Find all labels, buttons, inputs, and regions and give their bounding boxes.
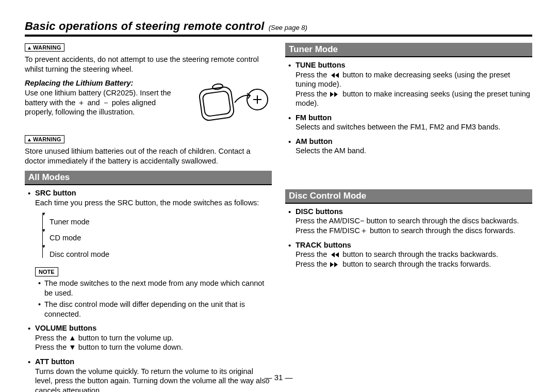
section-disc-mode: Disc Control Mode: [285, 189, 532, 204]
flow-disc: Disc control mode: [50, 250, 109, 258]
fm-label: FM button: [296, 113, 332, 122]
disc-line2: Press the FM/DISC＋ button to search thro…: [296, 226, 515, 235]
fm-text: Selects and switches between the FM1, FM…: [296, 123, 500, 131]
warning-text-2: Store unused lithium batteries out of th…: [25, 146, 272, 166]
battery-body: Use one lithium battery (CR2025). Insert…: [25, 88, 186, 117]
arrow-down-icon: ▾: [42, 244, 272, 249]
track-label: TRACK buttons: [296, 241, 351, 249]
src-label: SRC button: [35, 189, 76, 197]
disc-label: DISC buttons: [296, 207, 343, 216]
note-list: The mode switches to the next mode from …: [38, 279, 272, 319]
svg-point-2: [212, 84, 223, 90]
title-rule: [25, 35, 532, 37]
track-line2b: button to search through the tracks forw…: [342, 260, 491, 268]
page-number: — 31 —: [0, 373, 557, 382]
note-badge: NOTE: [35, 267, 58, 276]
arrow-down-icon: ▾: [42, 211, 272, 216]
am-item: AM button Selects the AM band.: [288, 137, 532, 156]
next-track-icon: [329, 91, 340, 97]
tuner-list: TUNE buttons Press the button to make de…: [288, 60, 532, 156]
disc-line1: Press the AM/DISC− button to search thro…: [296, 217, 519, 225]
track-line2a: Press the: [296, 260, 329, 268]
tune-item: TUNE buttons Press the button to make de…: [288, 60, 532, 108]
att-label: ATT button: [35, 357, 74, 366]
flow-cd: CD mode: [50, 234, 81, 242]
prev-track-icon: [329, 252, 340, 258]
volume-line-1: Press the ▲ button to turn the volume up…: [35, 334, 173, 342]
tune-label: TUNE buttons: [296, 61, 346, 69]
src-item: SRC button Each time you press the SRC b…: [28, 188, 272, 319]
note-2: The disc control mode will differ depend…: [38, 300, 272, 319]
warning-badge-2: WARNING: [25, 135, 64, 143]
battery-illustration: [189, 79, 272, 130]
fm-item: FM button Selects and switches between t…: [288, 113, 532, 132]
arrow-down-icon: ▾: [42, 228, 272, 233]
battery-text-block: Replacing the Lithium Battery: Use one l…: [25, 79, 186, 117]
volume-label: VOLUME buttons: [35, 324, 96, 332]
mode-flow: ▾ Tuner mode ▾ CD mode ▾ Disc control mo…: [42, 211, 272, 260]
section-tuner-mode: Tuner Mode: [285, 43, 532, 57]
all-modes-list: SRC button Each time you press the SRC b…: [28, 188, 272, 392]
am-label: AM button: [296, 137, 333, 145]
disc-list: DISC buttons Press the AM/DISC− button t…: [288, 207, 532, 269]
am-text: Selects the AM band.: [296, 146, 366, 155]
note-1: The mode switches to the next mode from …: [38, 279, 272, 298]
spacer: [285, 160, 532, 185]
warning-text-1: To prevent accidents, do not attempt to …: [25, 55, 272, 74]
battery-section: Replacing the Lithium Battery: Use one l…: [25, 79, 272, 130]
battery-heading: Replacing the Lithium Battery:: [25, 79, 186, 87]
page-title: Basic operations of steering remote cont…: [25, 20, 265, 32]
volume-line-2: Press the ▼ button to turn the volume do…: [35, 343, 183, 351]
track-line1a: Press the: [296, 250, 329, 258]
section-all-modes: All Modes: [25, 171, 272, 185]
src-text: Each time you press the SRC button, the …: [35, 199, 259, 207]
two-column-layout: WARNING To prevent accidents, do not att…: [25, 43, 532, 392]
volume-item: VOLUME buttons Press the ▲ button to tur…: [28, 323, 272, 352]
flow-tuner: Tuner mode: [50, 218, 90, 226]
next-track-icon: [329, 262, 340, 268]
warning-badge: WARNING: [25, 43, 64, 52]
page-title-row: Basic operations of steering remote cont…: [25, 20, 532, 33]
track-line1b: button to search through the tracks back…: [342, 250, 498, 258]
prev-track-icon: [329, 72, 340, 78]
tune-line1a: Press the: [296, 71, 329, 79]
left-column: WARNING To prevent accidents, do not att…: [25, 43, 272, 392]
svg-rect-1: [202, 91, 231, 117]
track-item: TRACK buttons Press the button to search…: [288, 240, 532, 269]
right-column: Tuner Mode TUNE buttons Press the button…: [285, 43, 532, 392]
tune-line2a: Press the: [296, 90, 329, 98]
page-title-see: (See page 8): [269, 24, 307, 31]
disc-item: DISC buttons Press the AM/DISC− button t…: [288, 207, 532, 236]
